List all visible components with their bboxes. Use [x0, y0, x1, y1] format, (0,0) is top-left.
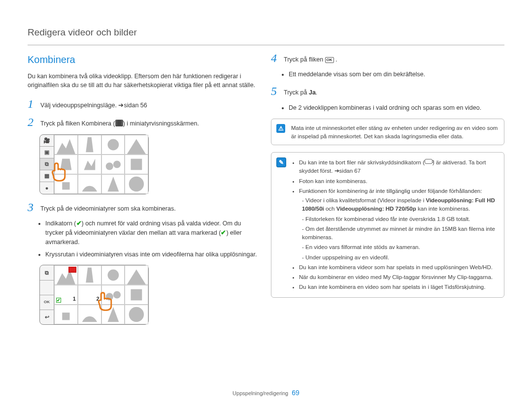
- tab-back-icon: ↩: [40, 310, 54, 324]
- note-subitem: Filstorleken för kombinerad video får in…: [302, 215, 498, 223]
- svg-point-11: [129, 307, 144, 322]
- tab-icon: ●: [40, 182, 54, 193]
- bullet: Ett meddelande visas som ber om din bekr…: [289, 70, 504, 79]
- step-body: Tryck på de videominiatyrer som ska komb…: [40, 201, 176, 214]
- note-item: Du kan inte ta bort filer när skrivskydd…: [299, 158, 498, 176]
- section-intro: Du kan kombinera två olika videoklipp. E…: [28, 72, 261, 91]
- note-subitem: Videor i olika kvalitetsformat (Videor i…: [302, 196, 498, 214]
- selected-check-icon: ✔: [56, 298, 61, 303]
- screenshot-thumbnail-grid-1: 🎥 ▣ ⧉ ▦ ●: [39, 134, 149, 194]
- step-body: Tryck på fliken OK .: [284, 52, 337, 64]
- xref-arrow-icon: ➔: [118, 102, 124, 109]
- step-number: 5: [271, 85, 280, 97]
- tab-ok: OK: [40, 295, 54, 310]
- step-2: 2 Tryck på fliken Kombinera () i miniaty…: [28, 116, 261, 128]
- note-item: Du kan inte kombinera videor som har spe…: [299, 263, 498, 272]
- step-5-bullets: De 2 videoklippen kombineras i vald ordn…: [280, 103, 504, 113]
- svg-rect-4: [62, 182, 69, 189]
- note-item: När du kombinerar en video med My Clip-t…: [299, 273, 498, 281]
- ok-button-icon: OK: [325, 57, 334, 63]
- step-5: 5 Tryck på Ja.: [271, 85, 504, 97]
- note-list: Du kan inte ta bort filer när skrivskydd…: [291, 158, 498, 292]
- check-icon: ✔: [221, 229, 226, 236]
- sidebar-tabs: ⧉ OK ↩: [40, 265, 54, 324]
- step-body: Tryck på Ja.: [284, 85, 317, 97]
- svg-rect-9: [131, 289, 142, 301]
- page-footer: Uppspelning/redigering 69: [0, 388, 532, 398]
- note-item: Du kan inte kombinera en video som har s…: [299, 283, 498, 291]
- text: Välj videouppspelningsläge.: [40, 102, 118, 109]
- svg-point-1: [105, 162, 113, 170]
- note-item: Foton kan inte kombineras.: [299, 177, 498, 186]
- step-number: 4: [271, 52, 280, 64]
- svg-point-6: [107, 270, 119, 281]
- step-3-bullets: Indikatorn (✔) och numret för vald ordni…: [36, 219, 261, 259]
- left-column: Kombinera Du kan kombinera två olika vid…: [28, 52, 261, 332]
- tab-icon: ⧉: [40, 265, 54, 280]
- svg-rect-10: [62, 312, 69, 320]
- note-icon: ✎: [276, 157, 286, 167]
- combine-tab-icon: [115, 120, 123, 126]
- svg-rect-3: [131, 158, 142, 170]
- screenshot-thumbnail-grid-2: ⧉ OK ↩ ✔ 1 2: [39, 265, 149, 325]
- step-number: 1: [28, 98, 36, 110]
- step-body: Välj videouppspelningsläge. ➔sidan 56: [40, 98, 147, 110]
- order-badge: 1: [73, 295, 76, 303]
- xref-page: sidan 56: [124, 102, 147, 109]
- bullet: De 2 videoklippen kombineras i vald ordn…: [289, 103, 504, 113]
- content-columns: Kombinera Du kan kombinera två olika vid…: [28, 52, 504, 332]
- note-subitem: Om det återstående utrymmet av minnet är…: [302, 225, 498, 242]
- tab-icon: [40, 281, 54, 295]
- lock-key-icon: [425, 159, 432, 164]
- touch-hand-icon: [93, 290, 116, 312]
- title-rule: [28, 45, 504, 45]
- section-heading: Kombinera: [28, 52, 261, 67]
- note-subitem: Under uppspelning av en videofil.: [302, 253, 498, 262]
- step-number: 2: [28, 116, 36, 128]
- tab-icon: 🎥: [40, 135, 54, 147]
- video-flag-icon: [68, 267, 76, 273]
- warning-box: ⚠ Mata inte ut minneskortet eller stäng …: [271, 119, 504, 146]
- text: Tryck på fliken Kombinera (: [40, 120, 115, 127]
- warning-text: Mata inte ut minneskortet eller stäng av…: [291, 124, 498, 141]
- note-subitem: En video vars filformat inte stöds av ka…: [302, 243, 498, 251]
- note-sublist: Videor i olika kvalitetsformat (Videor i…: [299, 196, 498, 262]
- step-4: 4 Tryck på fliken OK .: [271, 52, 504, 64]
- step-number: 3: [28, 201, 36, 213]
- note-item: Funktionen för kombinering är inte tillg…: [299, 187, 498, 262]
- xref-arrow-icon: ➔: [334, 168, 339, 174]
- text: ) i miniatyrvisningsskärmen.: [123, 120, 199, 127]
- step-4-bullets: Ett meddelande visas som ber om din bekr…: [280, 70, 504, 79]
- right-column: 4 Tryck på fliken OK . Ett meddelande vi…: [271, 52, 504, 332]
- step-1: 1 Välj videouppspelningsläge. ➔sidan 56: [28, 98, 261, 110]
- step-body: Tryck på fliken Kombinera () i miniatyrv…: [40, 116, 199, 128]
- touch-hand-icon: [47, 160, 69, 183]
- footer-section: Uppspelning/redigering: [233, 390, 288, 396]
- tab-icon: ▣: [40, 147, 54, 158]
- notes-box: ✎ Du kan inte ta bort filer när skrivsky…: [271, 152, 504, 298]
- warning-icon: ⚠: [276, 124, 285, 133]
- step-3: 3 Tryck på de videominiatyrer som ska ko…: [28, 201, 261, 214]
- bullet: Indikatorn (✔) och numret för vald ordni…: [45, 219, 261, 247]
- svg-point-2: [113, 160, 120, 168]
- bullet: Kryssrutan i videominiatyren visas inte …: [45, 250, 261, 259]
- svg-point-0: [107, 139, 119, 150]
- manual-page: Redigera videor och bilder Kombinera Du …: [0, 0, 532, 406]
- page-title: Redigera videor och bilder: [28, 26, 504, 40]
- svg-point-5: [129, 176, 144, 191]
- page-number: 69: [292, 389, 299, 397]
- check-icon: ✔: [76, 220, 82, 227]
